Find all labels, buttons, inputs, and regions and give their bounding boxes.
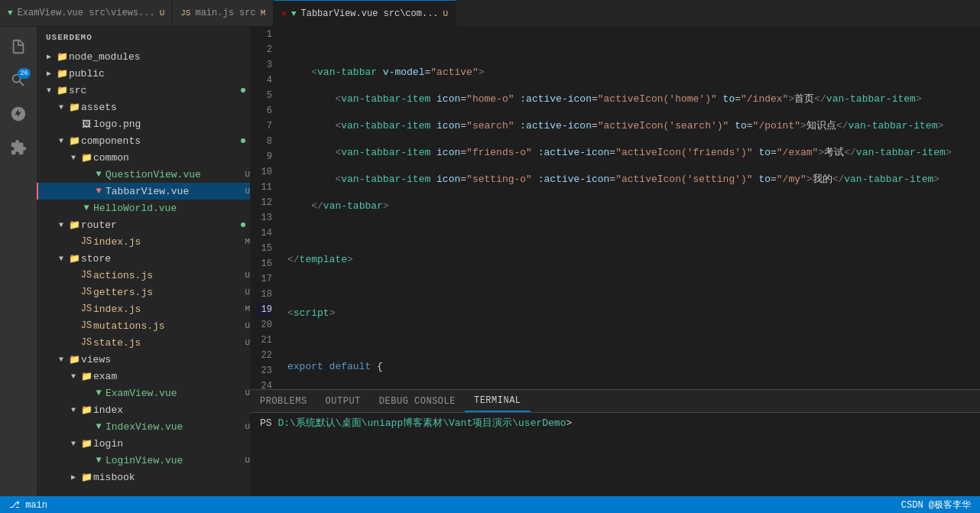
code-line: <script> xyxy=(287,306,974,321)
arrow-icon: ▶ xyxy=(67,472,80,482)
tree-item-node-modules[interactable]: ▶ 📁 node_modules xyxy=(37,48,250,65)
folder-icon: 📁 xyxy=(55,68,69,80)
tree-item-getters[interactable]: JS getters.js U xyxy=(37,284,250,300)
file-badge: U xyxy=(245,338,250,347)
tree-item-label: router xyxy=(81,219,241,231)
js-file-icon: JS xyxy=(80,304,93,314)
tree-item-label: TabbarView.vue xyxy=(105,186,242,197)
folder-icon: 📁 xyxy=(80,438,93,450)
line-numbers: 1 2 3 4 5 6 7 8 9 10 11 12 13 14 15 16 1 xyxy=(251,27,281,389)
tree-item-label: public xyxy=(69,68,250,80)
sidebar-title: USERDEMO xyxy=(37,27,250,48)
tree-item-store[interactable]: ▼ 📁 store xyxy=(37,250,250,267)
tree-item-misbook[interactable]: ▶ 📁 misbook xyxy=(37,469,250,485)
file-badge: M xyxy=(245,304,250,313)
vue-file-icon: ▼ xyxy=(92,169,105,180)
tree-item-helloworld[interactable]: ▼ HelloWorld.vue xyxy=(37,200,250,216)
tree-item-login[interactable]: ▼ 📁 login xyxy=(37,435,250,452)
file-badge: U xyxy=(245,388,250,398)
panel-tab-terminal[interactable]: TERMINAL xyxy=(465,390,531,412)
code-editor[interactable]: 1 2 3 4 5 6 7 8 9 10 11 12 13 14 15 16 1 xyxy=(251,27,980,389)
panel-tab-debug[interactable]: DEBUG CONSOLE xyxy=(370,390,465,412)
file-badge: U xyxy=(245,271,250,280)
arrow-icon: ▼ xyxy=(67,440,80,448)
vue-file-icon: ▼ xyxy=(92,421,105,432)
vue-file-icon: ▼ xyxy=(80,203,93,213)
arrow-icon: ▼ xyxy=(55,356,67,364)
tree-item-common[interactable]: ▼ 📁 common xyxy=(37,149,250,166)
tree-item-label: assets xyxy=(81,102,250,113)
tree-item-label: index.js xyxy=(93,304,242,315)
arrow-icon: ▶ xyxy=(43,69,55,78)
folder-icon: 📁 xyxy=(67,354,81,365)
file-badge: U xyxy=(245,321,250,330)
file-badge: U xyxy=(245,287,250,297)
panel-tab-problems[interactable]: PROBLEMS xyxy=(251,390,316,412)
tree-item-assets[interactable]: ▼ 📁 assets xyxy=(37,99,250,115)
js-file-icon: JS xyxy=(80,337,93,348)
vue-icon: ▼ xyxy=(8,8,13,18)
tree-item-label: logo.png xyxy=(93,119,250,130)
tree-item-exam[interactable]: ▼ 📁 exam xyxy=(37,368,250,385)
tree-item-views[interactable]: ▼ 📁 views xyxy=(37,351,250,368)
tree-item-store-index[interactable]: JS index.js M xyxy=(37,300,250,317)
code-content[interactable]: <van-tabbar v-model="active"> <van-tabba… xyxy=(281,27,980,389)
tree-item-label: mutations.js xyxy=(93,320,242,332)
tab-mainjs[interactable]: JS main.js src M xyxy=(173,0,274,26)
activity-git[interactable] xyxy=(5,100,32,128)
modified-dot xyxy=(241,138,245,143)
arrow-icon: ▼ xyxy=(67,372,80,381)
terminal-ps: PS xyxy=(260,417,277,429)
tree-item-public[interactable]: ▶ 📁 public xyxy=(37,65,250,82)
activity-extensions[interactable] xyxy=(5,134,32,161)
panel-tab-output[interactable]: OUTPUT xyxy=(316,390,370,412)
tree-item-label: QuestionView.vue xyxy=(105,169,242,180)
arrow-icon: ▼ xyxy=(55,221,67,229)
code-line: <van-tabbar v-model="active"> xyxy=(287,65,974,80)
tab-close-icon[interactable]: ✕ xyxy=(281,8,287,18)
js-icon: JS xyxy=(180,8,190,18)
tab-examview-badge: U xyxy=(160,8,165,18)
vue-icon-2: ▼ xyxy=(291,9,297,18)
tree-item-loginview[interactable]: ▼ LoginView.vue U xyxy=(37,452,250,469)
tree-item-indexview[interactable]: ▼ IndexView.vue U xyxy=(37,418,250,435)
code-line xyxy=(287,226,974,241)
tree-item-mutations[interactable]: JS mutations.js U xyxy=(37,317,250,334)
code-line xyxy=(287,279,974,294)
file-badge: M xyxy=(245,237,250,246)
js-file-icon: JS xyxy=(80,236,93,247)
tree-item-state[interactable]: JS state.js U xyxy=(37,334,250,351)
vue-file-icon: ▼ xyxy=(92,455,105,466)
tab-tabbarview[interactable]: ✕ ▼ TabbarView.vue src\com... U xyxy=(274,0,456,26)
modified-dot xyxy=(241,222,245,227)
terminal-content[interactable]: PS D:\系统默认\桌面\uniapp博客素材\Vant项目演示\userDe… xyxy=(251,413,980,496)
tree-item-label: views xyxy=(81,354,250,365)
activity-files[interactable] xyxy=(5,33,32,60)
arrow-icon: ▼ xyxy=(67,406,80,414)
tree-item-actions[interactable]: JS actions.js U xyxy=(37,267,250,284)
arrow-icon: ▶ xyxy=(43,52,55,61)
tree-item-index-folder[interactable]: ▼ 📁 index xyxy=(37,401,250,418)
png-icon: 🖼 xyxy=(80,119,93,130)
search-badge: 26 xyxy=(18,68,31,79)
tree-item-label: index.js xyxy=(93,236,242,248)
tree-item-logopng[interactable]: 🖼 logo.png xyxy=(37,115,250,132)
status-left: ⎇ main xyxy=(9,499,47,511)
sidebar: USERDEMO ▶ 📁 node_modules ▶ 📁 public ▼ 📁… xyxy=(37,27,251,496)
tree-item-router-index[interactable]: JS index.js M xyxy=(37,233,250,250)
activity-search[interactable]: 26 xyxy=(5,67,32,94)
arrow-icon: ▼ xyxy=(43,86,55,95)
tree-item-examview[interactable]: ▼ ExamView.vue U xyxy=(37,385,250,401)
tab-examview-label: ExamView.vue src\views... xyxy=(18,8,155,18)
tab-examview[interactable]: ▼ ExamView.vue src\views... U xyxy=(0,0,173,26)
tree-item-components[interactable]: ▼ 📁 components xyxy=(37,132,250,149)
tree-item-router[interactable]: ▼ 📁 router xyxy=(37,216,250,233)
tree-item-questionview[interactable]: ▼ QuestionView.vue U xyxy=(37,166,250,183)
code-line: <van-tabbar-item icon="home-o" :active-i… xyxy=(287,92,974,107)
tree-item-tabbarview[interactable]: ▼ TabbarView.vue U xyxy=(37,183,250,200)
tree-item-label: misbook xyxy=(93,472,250,483)
activity-bar: 26 xyxy=(0,27,37,496)
modified-dot xyxy=(241,88,245,93)
tree-item-src[interactable]: ▼ 📁 src xyxy=(37,82,250,99)
tree-item-label: IndexView.vue xyxy=(105,421,242,433)
